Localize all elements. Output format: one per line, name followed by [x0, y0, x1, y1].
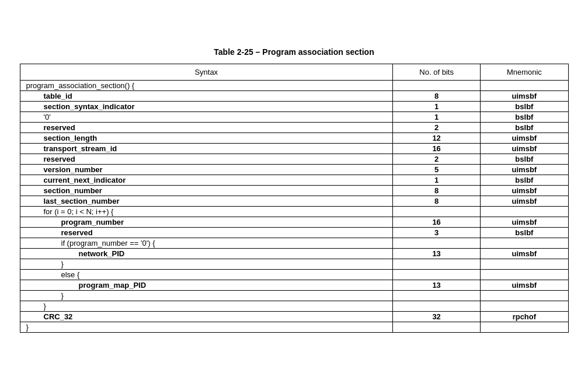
- table-row: }: [20, 291, 568, 301]
- syntax-cell: }: [20, 291, 393, 301]
- bits-cell: 8: [393, 186, 481, 196]
- table-row: }: [20, 322, 568, 333]
- bits-cell: 12: [393, 133, 481, 144]
- mnemonic-cell: bslbf: [481, 175, 568, 186]
- syntax-cell: network_PID: [20, 249, 393, 259]
- table-row: }: [20, 301, 568, 312]
- bits-cell: [393, 81, 481, 91]
- table-row: program_association_section() {: [20, 81, 568, 91]
- syntax-cell: }: [20, 259, 393, 270]
- table-title: Table 2-25 – Program association section: [20, 47, 569, 57]
- mnemonic-cell: bslbf: [481, 123, 568, 133]
- page-container: Table 2-25 – Program association section…: [14, 36, 575, 344]
- mnemonic-cell: [481, 259, 568, 270]
- syntax-cell: '0': [20, 112, 393, 123]
- syntax-cell: reserved: [20, 123, 393, 133]
- bits-cell: 16: [393, 144, 481, 154]
- syntax-cell: section_syntax_indicator: [20, 102, 393, 112]
- bits-cell: [393, 259, 481, 270]
- mnemonic-cell: [481, 81, 568, 91]
- table-row: if (program_number == '0') {: [20, 238, 568, 249]
- syntax-cell: transport_stream_id: [20, 144, 393, 154]
- mnemonic-cell: bslbf: [481, 154, 568, 165]
- syntax-cell: table_id: [20, 91, 393, 102]
- mnemonic-cell: rpchof: [481, 312, 568, 322]
- mnemonic-cell: uimsbf: [481, 165, 568, 175]
- syntax-cell: last_section_number: [20, 196, 393, 207]
- syntax-cell: program_association_section() {: [20, 81, 393, 91]
- mnemonic-cell: uimsbf: [481, 217, 568, 228]
- table-row: reserved2bslbf: [20, 154, 568, 165]
- mnemonic-cell: uimsbf: [481, 186, 568, 196]
- bits-cell: 5: [393, 165, 481, 175]
- table-row: section_number8uimsbf: [20, 186, 568, 196]
- table-row: version_number5uimsbf: [20, 165, 568, 175]
- table-row: section_length12uimsbf: [20, 133, 568, 144]
- mnemonic-cell: uimsbf: [481, 133, 568, 144]
- bits-cell: [393, 207, 481, 217]
- table-row: last_section_number8uimsbf: [20, 196, 568, 207]
- bits-cell: [393, 301, 481, 312]
- mnemonic-cell: [481, 291, 568, 301]
- bits-cell: 13: [393, 249, 481, 259]
- syntax-cell: if (program_number == '0') {: [20, 238, 393, 249]
- mnemonic-cell: [481, 270, 568, 280]
- table-row: reserved2bslbf: [20, 123, 568, 133]
- table-row: table_id8uimsbf: [20, 91, 568, 102]
- mnemonic-cell: [481, 322, 568, 333]
- bits-cell: 1: [393, 102, 481, 112]
- table-row: section_syntax_indicator1bslbf: [20, 102, 568, 112]
- mnemonic-cell: bslbf: [481, 228, 568, 238]
- bits-cell: 1: [393, 112, 481, 123]
- syntax-cell: version_number: [20, 165, 393, 175]
- table-row: for (i = 0; i < N; i++) {: [20, 207, 568, 217]
- mnemonic-cell: [481, 301, 568, 312]
- bits-cell: 8: [393, 196, 481, 207]
- bits-cell: 16: [393, 217, 481, 228]
- bits-cell: 13: [393, 280, 481, 291]
- header-syntax: Syntax: [20, 64, 393, 81]
- header-mnemonic: Mnemonic: [481, 64, 568, 81]
- bits-cell: 32: [393, 312, 481, 322]
- bits-cell: 2: [393, 123, 481, 133]
- mnemonic-cell: bslbf: [481, 102, 568, 112]
- syntax-cell: program_number: [20, 217, 393, 228]
- table-row: '0'1bslbf: [20, 112, 568, 123]
- bits-cell: [393, 322, 481, 333]
- syntax-cell: else {: [20, 270, 393, 280]
- syntax-cell: reserved: [20, 154, 393, 165]
- mnemonic-cell: uimsbf: [481, 196, 568, 207]
- bits-cell: 2: [393, 154, 481, 165]
- mnemonic-cell: uimsbf: [481, 144, 568, 154]
- syntax-cell: section_length: [20, 133, 393, 144]
- syntax-cell: }: [20, 322, 393, 333]
- syntax-cell: reserved: [20, 228, 393, 238]
- mnemonic-cell: uimsbf: [481, 280, 568, 291]
- bits-cell: [393, 270, 481, 280]
- bits-cell: 8: [393, 91, 481, 102]
- table-row: current_next_indicator1bslbf: [20, 175, 568, 186]
- table-row: transport_stream_id16uimsbf: [20, 144, 568, 154]
- syntax-cell: CRC_32: [20, 312, 393, 322]
- syntax-cell: section_number: [20, 186, 393, 196]
- syntax-cell: current_next_indicator: [20, 175, 393, 186]
- syntax-table: Syntax No. of bits Mnemonic program_asso…: [20, 64, 569, 333]
- syntax-cell: }: [20, 301, 393, 312]
- mnemonic-cell: uimsbf: [481, 91, 568, 102]
- table-row: CRC_3232rpchof: [20, 312, 568, 322]
- mnemonic-cell: bslbf: [481, 112, 568, 123]
- bits-cell: 1: [393, 175, 481, 186]
- table-row: else {: [20, 270, 568, 280]
- bits-cell: 3: [393, 228, 481, 238]
- table-row: }: [20, 259, 568, 270]
- mnemonic-cell: [481, 207, 568, 217]
- table-row: network_PID13uimsbf: [20, 249, 568, 259]
- table-row: program_map_PID13uimsbf: [20, 280, 568, 291]
- mnemonic-cell: [481, 238, 568, 249]
- mnemonic-cell: uimsbf: [481, 249, 568, 259]
- syntax-cell: program_map_PID: [20, 280, 393, 291]
- header-bits: No. of bits: [393, 64, 481, 81]
- bits-cell: [393, 238, 481, 249]
- bits-cell: [393, 291, 481, 301]
- syntax-cell: for (i = 0; i < N; i++) {: [20, 207, 393, 217]
